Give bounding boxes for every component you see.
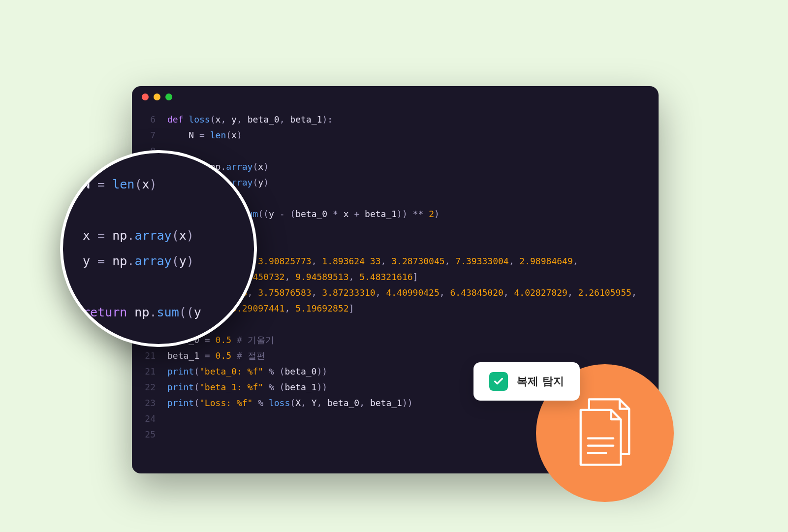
line-content: y = np.array(y) [167, 175, 659, 190]
line-number: 23 [132, 395, 167, 411]
line-number: 21 [132, 364, 167, 379]
code-line: 6def loss(x, y, beta_0, beta_1): [132, 112, 659, 127]
line-content: def loss(x, y, beta_0, beta_1): [167, 112, 659, 127]
close-icon[interactable] [142, 94, 149, 100]
line-number: 6 [132, 112, 167, 127]
code-line: 7 N = len(x) [132, 127, 659, 143]
minimize-icon[interactable] [154, 94, 160, 100]
line-number: 7 [132, 127, 167, 143]
code-line: 21beta_1 = 0.5 # 절편 [132, 348, 659, 364]
line-content: N = len(x) [167, 127, 659, 143]
line-content: beta_0 = 0.5 # 기울기 [167, 332, 659, 348]
line-number: 25 [132, 427, 167, 442]
line-content: beta_1 = 0.5 # 절편 [167, 348, 659, 364]
check-icon [489, 372, 508, 391]
line-content: 7.15768995, 6.29097441, 5.19692852] [167, 301, 659, 316]
magnifier-code: N = len(x) x = np.array(x)y = np.array(y… [63, 172, 254, 325]
zoom-icon[interactable] [165, 94, 172, 100]
detection-badge: 복제 탐지 [473, 362, 580, 401]
magnifier-lens: N = len(x) x = np.array(x)y = np.array(y… [60, 150, 257, 347]
badge-label: 복제 탐지 [517, 374, 564, 389]
line-number: 21 [132, 348, 167, 364]
line-number: 22 [132, 379, 167, 395]
window-titlebar [132, 86, 659, 108]
code-line: 8 [132, 143, 659, 159]
line-content [167, 316, 659, 332]
line-content: x = np.array(x) [167, 159, 659, 175]
line-content [167, 143, 659, 159]
code-line: 20beta_0 = 0.5 # 기울기 [132, 332, 659, 348]
documents-icon [573, 396, 637, 470]
line-number: 24 [132, 411, 167, 427]
